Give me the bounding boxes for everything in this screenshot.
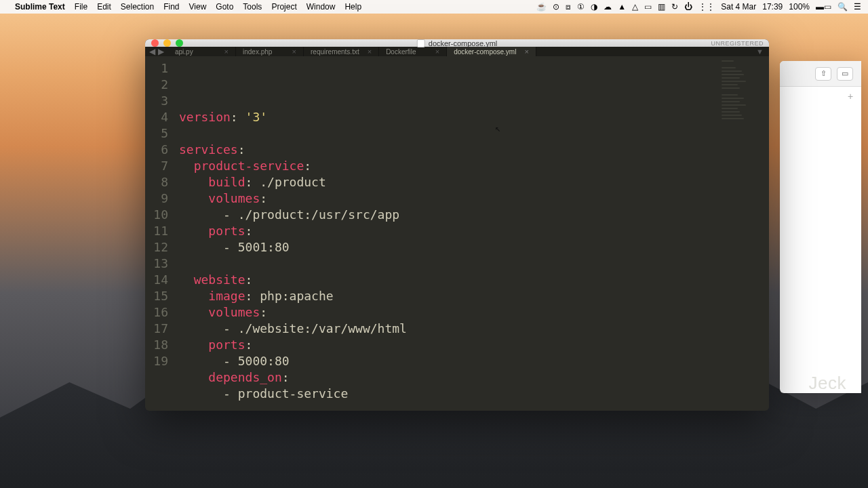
code-line[interactable]	[179, 125, 769, 142]
menu-view[interactable]: View	[189, 2, 207, 12]
menu-goto[interactable]: Goto	[216, 2, 233, 12]
code-line[interactable]	[179, 256, 769, 272]
nav-back-icon[interactable]: ◀	[149, 47, 155, 56]
menulet-icon[interactable]: ▲	[618, 2, 626, 12]
code-line[interactable]: - ./product:/usr/src/app	[179, 207, 769, 223]
wifi-icon[interactable]: ⋮⋮	[698, 2, 715, 12]
app-menu[interactable]: Sublime Text	[15, 2, 65, 12]
file-icon	[417, 39, 425, 47]
menulet-icon[interactable]: △	[632, 2, 638, 12]
close-tab-icon[interactable]: ×	[524, 47, 528, 56]
tab-api-py[interactable]: api.py×	[168, 47, 236, 56]
code-line[interactable]: depends_on:	[179, 369, 769, 386]
minimap[interactable]	[715, 56, 769, 138]
line-gutter: 12345678910111213141516171819	[145, 56, 174, 411]
code-line[interactable]: volumes:	[179, 304, 769, 321]
tab-overflow-icon[interactable]: ▼	[751, 47, 769, 56]
line-number: 5	[145, 125, 168, 142]
notifications-icon[interactable]: ☰	[854, 2, 861, 12]
code-line[interactable]: services:	[179, 142, 769, 158]
close-tab-icon[interactable]: ×	[292, 47, 296, 56]
line-number: 4	[145, 109, 168, 125]
nav-forward-icon[interactable]: ▶	[158, 47, 164, 56]
tabs-icon[interactable]: ▭	[837, 67, 853, 81]
tab-label: docker-compose.yml	[454, 48, 516, 56]
menu-window[interactable]: Window	[307, 2, 336, 12]
line-number: 7	[145, 158, 168, 174]
code-line[interactable]: - 5000:80	[179, 353, 769, 369]
macos-menubar: Sublime Text File Edit Selection Find Vi…	[0, 0, 868, 14]
tab-bar: ◀ ▶ api.py×index.php×requirements.txt×Do…	[145, 47, 769, 56]
line-number: 1	[145, 60, 168, 77]
editor[interactable]: 12345678910111213141516171819 version: '…	[145, 56, 769, 411]
dropbox-icon[interactable]: ⧈	[566, 2, 571, 12]
menulet-icon[interactable]: ◑	[591, 2, 597, 12]
menu-project[interactable]: Project	[271, 2, 296, 12]
spotlight-icon[interactable]: 🔍	[837, 2, 848, 12]
code-area[interactable]: version: '3'services: product-service: b…	[174, 56, 769, 411]
zoom-icon[interactable]	[176, 39, 183, 47]
tab-index-php[interactable]: index.php×	[236, 47, 304, 56]
tab-label: requirements.txt	[311, 48, 359, 56]
line-number: 6	[145, 142, 168, 158]
close-tab-icon[interactable]: ×	[224, 47, 229, 56]
line-number: 13	[145, 256, 168, 272]
code-line[interactable]: product-service:	[179, 158, 769, 174]
menu-help[interactable]: Help	[344, 2, 361, 12]
code-line[interactable]: volumes:	[179, 190, 769, 207]
menu-file[interactable]: File	[75, 2, 87, 12]
unregistered-label: UNREGISTERED	[711, 40, 764, 47]
line-number: 18	[145, 337, 168, 353]
background-finder-window[interactable]: ⇧ ▭ +	[780, 61, 861, 393]
menulet-icon[interactable]: ⏻	[684, 2, 692, 12]
code-line[interactable]: - ./website:/var/www/html	[179, 321, 769, 337]
tab-label: api.py	[175, 48, 193, 56]
close-tab-icon[interactable]: ×	[368, 47, 372, 56]
code-line[interactable]: - 5001:80	[179, 239, 769, 256]
code-line[interactable]: - product-service	[179, 386, 769, 402]
code-line[interactable]: ports:	[179, 223, 769, 239]
line-number: 14	[145, 272, 168, 288]
background-text: Jeck	[809, 373, 846, 394]
minimize-icon[interactable]	[163, 39, 171, 47]
menulet-icon[interactable]: ▥	[658, 2, 665, 12]
tab-label: Dockerfile	[386, 48, 416, 56]
line-number: 17	[145, 321, 168, 337]
share-icon[interactable]: ⇧	[815, 67, 831, 81]
close-icon[interactable]	[151, 39, 159, 47]
code-line[interactable]	[179, 402, 769, 411]
line-number: 8	[145, 174, 168, 190]
menulet-icon[interactable]: ☕	[536, 2, 547, 12]
line-number: 9	[145, 190, 168, 207]
tab-requirements-txt[interactable]: requirements.txt×	[304, 47, 379, 56]
menulet-icon[interactable]: ⊙	[553, 2, 559, 12]
menu-find[interactable]: Find	[163, 2, 179, 12]
window-titlebar[interactable]: docker-compose.yml UNREGISTERED	[145, 39, 769, 47]
menu-tools[interactable]: Tools	[243, 2, 262, 12]
menulet-icon[interactable]: ↻	[671, 2, 678, 12]
menulet-icon[interactable]: ☁	[604, 2, 612, 12]
tab-docker-compose-yml[interactable]: docker-compose.yml×	[447, 47, 536, 56]
menulet-icon[interactable]: ①	[577, 2, 585, 12]
menubar-date[interactable]: Sat 4 Mar	[721, 2, 756, 12]
menubar-battery[interactable]: 100%	[789, 2, 810, 12]
menubar-time[interactable]: 17:39	[762, 2, 783, 12]
line-number: 12	[145, 239, 168, 256]
code-line[interactable]: build: ./product	[179, 174, 769, 190]
line-number: 16	[145, 304, 168, 321]
battery-icon[interactable]: ▬▭	[816, 2, 831, 12]
menu-edit[interactable]: Edit	[97, 2, 111, 12]
code-line[interactable]: version: '3'	[179, 109, 769, 125]
tab-label: index.php	[243, 48, 272, 56]
code-line[interactable]: website:	[179, 272, 769, 288]
menulet-icon[interactable]: ▭	[644, 2, 652, 12]
code-line[interactable]: image: php:apache	[179, 288, 769, 304]
menu-selection[interactable]: Selection	[121, 2, 154, 12]
line-number: 3	[145, 93, 168, 109]
close-tab-icon[interactable]: ×	[435, 47, 439, 56]
sublime-window: docker-compose.yml UNREGISTERED ◀ ▶ api.…	[145, 39, 769, 411]
tab-Dockerfile[interactable]: Dockerfile×	[379, 47, 447, 56]
line-number: 11	[145, 223, 168, 239]
code-line[interactable]: ports:	[179, 337, 769, 353]
add-tab-icon[interactable]: +	[845, 91, 856, 102]
